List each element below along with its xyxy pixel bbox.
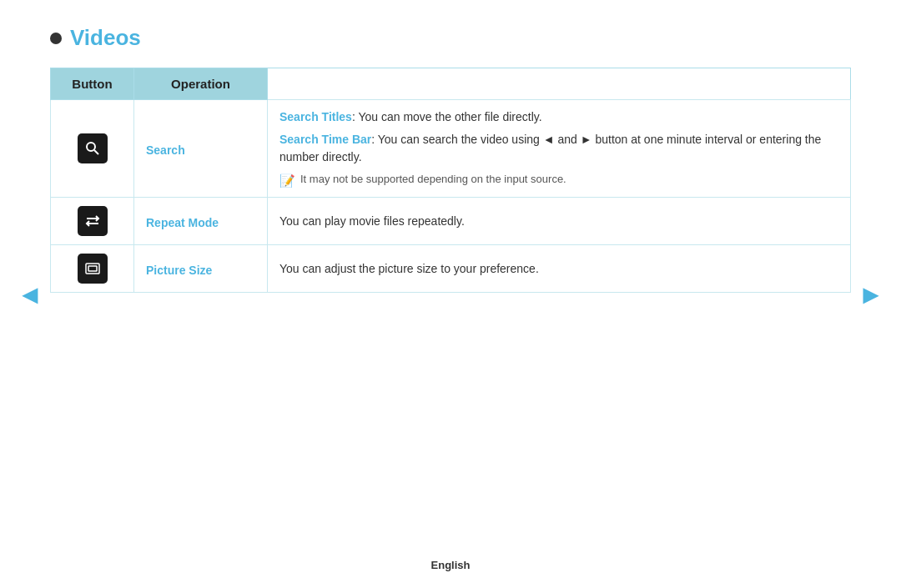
- button-cell-repeat: [51, 198, 134, 245]
- search-titles-line: Search Titles: You can move the other fi…: [279, 108, 838, 126]
- nav-right-button[interactable]: ►: [858, 279, 884, 309]
- svg-rect-3: [88, 266, 97, 271]
- page-container: Videos Button Operation: [0, 0, 901, 318]
- search-feature-label: Search: [146, 143, 185, 157]
- picture-operation-text: You can adjust the picture size to your …: [279, 262, 539, 275]
- col-header-operation: Operation: [134, 68, 268, 100]
- right-arrow-icon: ►: [858, 279, 884, 309]
- svg-line-1: [94, 150, 98, 154]
- search-timebar-title: Search Time Bar: [279, 133, 371, 146]
- search-note-text: It may not be supported depending on the…: [300, 173, 566, 185]
- left-arrow-icon: ◄: [17, 279, 43, 309]
- note-icon: 📝: [279, 173, 295, 188]
- table-row-search: Search Search Titles: You can move the o…: [51, 100, 851, 198]
- picture-feature-label: Picture Size: [146, 264, 212, 277]
- table-row-repeat: Repeat Mode You can play movie files rep…: [51, 198, 851, 245]
- repeat-feature-label: Repeat Mode: [146, 216, 219, 229]
- nav-left-button[interactable]: ◄: [17, 279, 43, 309]
- table-row-picture: Picture Size You can adjust the picture …: [51, 245, 851, 293]
- picture-size-icon: [78, 254, 108, 284]
- operation-cell-repeat: You can play movie files repeatedly.: [268, 198, 851, 245]
- page-title: Videos: [70, 25, 141, 51]
- operation-cell-search: Search Titles: You can move the other fi…: [268, 100, 851, 198]
- search-icon: [78, 133, 108, 163]
- repeat-operation-text: You can play movie files repeatedly.: [279, 214, 465, 228]
- search-titles-desc: : You can move the other file directly.: [352, 110, 542, 123]
- button-cell-search: [51, 100, 134, 198]
- repeat-icon: [78, 206, 108, 236]
- bullet-icon: [50, 33, 62, 44]
- table-header-row: Button Operation: [51, 68, 851, 100]
- col-header-button: Button: [51, 68, 134, 100]
- button-cell-picture: [51, 245, 134, 293]
- footer-language: English: [431, 559, 471, 571]
- svg-point-0: [87, 143, 95, 151]
- page-title-container: Videos: [50, 25, 851, 51]
- feature-name-cell-repeat: Repeat Mode: [134, 198, 268, 245]
- language-label: English: [431, 559, 471, 571]
- search-titles-title: Search Titles: [279, 110, 352, 123]
- search-note-line: 📝 It may not be supported depending on t…: [279, 173, 838, 188]
- feature-name-cell-picture: Picture Size: [134, 245, 268, 293]
- operation-cell-picture: You can adjust the picture size to your …: [268, 245, 851, 293]
- feature-name-cell-search: Search: [134, 100, 268, 198]
- features-table: Button Operation Search: [50, 68, 851, 293]
- search-timebar-line: Search Time Bar: You can search the vide…: [279, 131, 838, 166]
